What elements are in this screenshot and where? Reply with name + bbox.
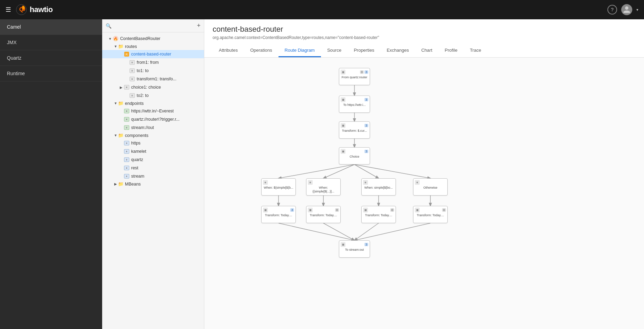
- tree-node-comp-rest[interactable]: ≡ rest: [102, 164, 204, 172]
- hamburger-menu-icon[interactable]: ☰: [6, 6, 11, 13]
- tree-node-from1[interactable]: ≡ from1: from: [102, 58, 204, 67]
- tree-label-comp-rest: rest: [131, 166, 138, 170]
- tree-search-input[interactable]: [114, 23, 194, 28]
- tab-exchanges[interactable]: Exchanges: [380, 44, 415, 57]
- sidebar-item-quartz[interactable]: Quartz: [0, 50, 102, 66]
- sidebar-item-jmx[interactable]: JMX: [0, 35, 102, 50]
- tree-node-ep1[interactable]: ≡ https://wttr.in/~Everest: [102, 107, 204, 115]
- app-title: hawtio: [30, 5, 53, 14]
- tree-toggle-mbeans[interactable]: ▶: [113, 182, 118, 186]
- svg-text:≡: ≡: [126, 167, 128, 170]
- tab-attributes[interactable]: Attributes: [213, 44, 244, 57]
- node-icon-tr2: ⊞: [308, 208, 313, 212]
- node-icon-tr1: ⊞: [263, 208, 268, 212]
- content-area: content-based-router org.apache.camel:co…: [204, 19, 644, 329]
- tree-node-mbeans[interactable]: ▶ 📁 MBeans: [102, 180, 204, 188]
- node-icon-otherwise: ≡: [415, 180, 420, 185]
- tree-node-comp-https[interactable]: ≡ https: [102, 139, 204, 147]
- node-label-when3: When: simple[${bo...: [364, 186, 393, 190]
- tree-node-to1[interactable]: ≡ to1: to: [102, 67, 204, 75]
- tree-node-cbr[interactable]: R content-based-router: [102, 50, 204, 58]
- tree-node-components[interactable]: ▼ 📁 components: [102, 132, 204, 139]
- diagram-node-otherwise[interactable]: ≡ Otherwise: [413, 178, 448, 196]
- node-label-tr3: Transform: Today....: [365, 213, 392, 217]
- diagram-node-stream[interactable]: ⊞ 3 To stream:out: [339, 240, 370, 258]
- badge-tr1: 3: [290, 208, 294, 212]
- tab-route-diagram[interactable]: Route Diagram: [279, 44, 321, 57]
- tab-source[interactable]: Source: [321, 44, 348, 57]
- route-icon: R: [124, 51, 130, 57]
- svg-line-39: [354, 164, 379, 178]
- tree-toggle-choice1[interactable]: ▶: [119, 86, 124, 89]
- tree-label-comp-stream: stream: [131, 174, 144, 179]
- tree-label-choice1: choice1: choice: [131, 85, 161, 90]
- badge-stream: 3: [364, 243, 368, 246]
- node-icon-when2: ≡: [308, 180, 313, 185]
- tree-node-choice1[interactable]: ▶ ≡ choice1: choice: [102, 83, 204, 91]
- diagram-node-from[interactable]: ⊞ 0 3 From quartz:router: [339, 68, 370, 85]
- tree-node-comp-kamelet[interactable]: ≡ kamelet: [102, 147, 204, 156]
- diagram-node-tr1[interactable]: ⊞ 3 Transform: Today....: [261, 206, 296, 223]
- node-label-when1: When: ${simple[${b...: [264, 186, 293, 190]
- tree-node-endpoints[interactable]: ▼ 📁 endpoints: [102, 100, 204, 107]
- tree-label-ep1: https://wttr.in/~Everest: [131, 109, 174, 113]
- diagram-node-when3[interactable]: ≡ When: simple[${bo...: [361, 178, 396, 196]
- tree-toggle-endpoints[interactable]: ▼: [113, 101, 118, 105]
- svg-line-37: [279, 164, 354, 178]
- tree-node-root[interactable]: ▼ 🔥 ContentBasedRouter: [102, 34, 204, 43]
- badge-tr2: 0: [335, 208, 339, 212]
- help-icon[interactable]: ?: [607, 5, 617, 14]
- tab-properties[interactable]: Properties: [348, 44, 380, 57]
- tree-node-ep3[interactable]: ≡ stream://out: [102, 123, 204, 132]
- tree-toggle-routes[interactable]: ▼: [113, 44, 118, 48]
- tree-node-comp-stream[interactable]: ≡ stream: [102, 172, 204, 180]
- tree-node-routes[interactable]: ▼ 📁 routes: [102, 43, 204, 50]
- node-icon-from1: ≡: [129, 59, 135, 66]
- svg-line-47: [354, 223, 379, 240]
- node-icon-choice: ⊞: [341, 149, 345, 154]
- tree-node-ep2[interactable]: ≡ quartz://router\?trigger.r...: [102, 115, 204, 123]
- topnav-actions: ? ▾: [607, 4, 638, 15]
- svg-text:R: R: [126, 53, 128, 56]
- sidebar-item-runtime[interactable]: Runtime: [0, 66, 102, 81]
- tree-label-transform1: transform1: transfo...: [137, 77, 176, 81]
- tab-trace[interactable]: Trace: [464, 44, 487, 57]
- diagram-node-tr2[interactable]: ⊞ 0 Transform: Today....: [306, 206, 341, 223]
- diagram-node-tr4[interactable]: ⊞ 0 Transform: Today....: [413, 206, 448, 223]
- node-icon-to2: ≡: [129, 92, 135, 99]
- tab-chart[interactable]: Chart: [415, 44, 439, 57]
- diagram-node-when1[interactable]: ≡ When: ${simple[${b...: [261, 178, 296, 196]
- diagram-node-to-https[interactable]: ⊞ 3 To https://wttr.i...: [339, 96, 370, 113]
- node-icon-when3: ≡: [363, 180, 368, 185]
- diagram-node-when2[interactable]: ≡ When: {{simple[${...}]...: [306, 178, 341, 196]
- tree-node-comp-quartz[interactable]: ≡ quartz: [102, 156, 204, 164]
- node-icon-choice1: ≡: [124, 84, 130, 90]
- tab-profile[interactable]: Profile: [439, 44, 464, 57]
- svg-line-48: [354, 223, 430, 240]
- flame-icon: 🔥: [113, 36, 119, 42]
- main-layout: Camel JMX Quartz Runtime 🔍 + ▼ 🔥 Content…: [0, 19, 644, 329]
- hawtio-logo-icon: Q: [16, 4, 27, 15]
- tree-node-transform1[interactable]: ≡ transform1: transfo...: [102, 75, 204, 83]
- node-label-tr2: Transform: Today....: [310, 213, 337, 217]
- tree-label-ep2: quartz://router\?trigger.r...: [131, 117, 179, 122]
- app-logo: Q hawtio: [16, 4, 53, 15]
- svg-text:≡: ≡: [131, 94, 133, 97]
- diagram-node-transform[interactable]: ⊞ 3 Transform: $.cur...: [339, 121, 370, 139]
- tree-add-button[interactable]: +: [197, 22, 201, 29]
- tree-node-to2[interactable]: ≡ to2: to: [102, 91, 204, 100]
- page-subtitle: org.apache.camel:context=ContentBasedRou…: [213, 35, 636, 40]
- badge-from-2: 3: [364, 70, 368, 74]
- user-menu-chevron-icon[interactable]: ▾: [636, 8, 638, 12]
- tab-operations[interactable]: Operations: [244, 44, 279, 57]
- avatar[interactable]: [621, 4, 632, 15]
- tree-label-comp-kamelet: kamelet: [131, 149, 146, 154]
- tree-label-comp-https: https: [131, 141, 140, 146]
- tree-toggle-root[interactable]: ▼: [108, 37, 113, 41]
- diagram-canvas: ⊞ 0 3 From quartz:router ⊞ 3: [204, 58, 618, 329]
- sidebar-item-camel[interactable]: Camel: [0, 19, 102, 35]
- diagram-node-tr3[interactable]: ⊞ 0 Transform: Today....: [361, 206, 396, 223]
- svg-line-45: [279, 223, 354, 240]
- tree-toggle-components[interactable]: ▼: [113, 133, 118, 137]
- diagram-node-choice[interactable]: ⊞ 3 Choice: [339, 147, 370, 164]
